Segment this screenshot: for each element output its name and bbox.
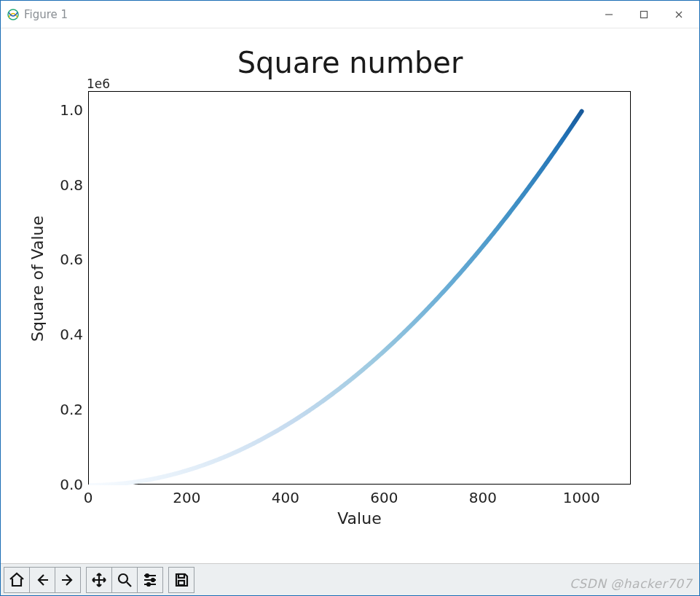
forward-button[interactable]	[55, 567, 81, 593]
x-tick-label: 600	[370, 489, 398, 506]
configure-button[interactable]	[137, 567, 163, 593]
home-button[interactable]	[4, 567, 30, 593]
y-tick-label: 0.6	[55, 251, 83, 268]
svg-point-19	[152, 579, 154, 581]
svg-point-20	[147, 583, 150, 586]
x-axis-label: Value	[88, 509, 631, 528]
svg-point-17	[119, 574, 127, 583]
svg-point-0	[8, 9, 18, 20]
x-tick-label: 0	[84, 489, 93, 506]
window-title: Figure 1	[24, 8, 68, 21]
svg-rect-2	[641, 11, 648, 17]
x-tick-label: 1000	[563, 489, 600, 506]
minimize-button[interactable]	[591, 1, 626, 28]
save-button[interactable]	[168, 567, 194, 593]
watermark-text: CSDN @hacker707	[570, 576, 692, 591]
y-tick-label: 0.8	[55, 176, 83, 194]
y-axis-label: Square of Value	[28, 216, 47, 342]
chart-area: Square number 1e6 0.00.20.40.60.81	[1, 28, 699, 563]
close-button[interactable]	[661, 1, 696, 28]
y-tick-label: 0.4	[55, 326, 83, 343]
svg-point-18	[146, 574, 149, 577]
chart-title: Square number	[1, 46, 699, 79]
matplotlib-toolbar: CSDN @hacker707	[1, 563, 699, 595]
app-icon	[7, 8, 20, 21]
x-tick-label: 400	[272, 489, 299, 506]
zoom-button[interactable]	[111, 567, 138, 593]
x-tick-label: 200	[173, 489, 200, 506]
y-tick-label: 0.0	[55, 476, 83, 493]
series-curve	[90, 111, 582, 485]
plot-box	[88, 91, 631, 485]
back-button[interactable]	[29, 567, 55, 593]
pan-button[interactable]	[86, 567, 112, 593]
x-tick-label: 800	[469, 489, 497, 506]
maximize-button[interactable]	[626, 1, 661, 28]
window-titlebar: Figure 1	[1, 1, 699, 28]
plot-svg	[89, 92, 632, 485]
y-tick-label: 0.2	[55, 401, 83, 418]
svg-rect-22	[178, 581, 184, 585]
y-axis-exponent: 1e6	[87, 77, 110, 91]
svg-rect-21	[178, 574, 184, 578]
y-tick-label: 1.0	[55, 101, 83, 119]
